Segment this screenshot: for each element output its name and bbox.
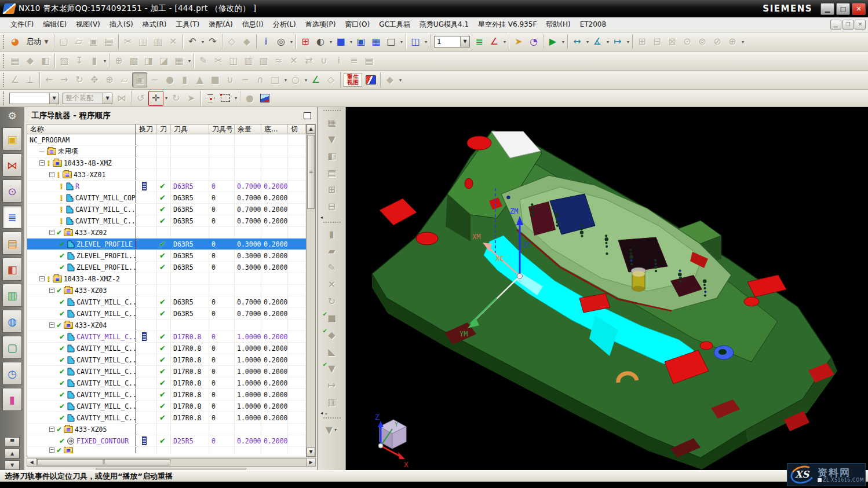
shaded-ball-icon[interactable]: ●	[242, 91, 257, 106]
menu-f[interactable]: 文件(F)	[6, 19, 38, 30]
scroll-up-button[interactable]: ▲	[5, 449, 20, 458]
machining-method-view-icon[interactable]: ▤	[321, 164, 343, 181]
clip-section-icon[interactable]: ◫	[408, 34, 423, 49]
replay-toolpath-icon[interactable]: ↻	[321, 293, 343, 310]
menu-t[interactable]: 工具(T)	[171, 19, 204, 30]
table-row[interactable]: ✔CAVITY_MILL_C... ✔ D17R0.8 0 1.0000 0.2…	[27, 343, 306, 354]
program-order-view-icon[interactable]: ▦	[321, 114, 343, 131]
expand-icon[interactable]: −	[49, 288, 54, 293]
menu-e[interactable]: 编辑(E)	[38, 19, 71, 30]
find-icon[interactable]: ◎	[273, 34, 289, 49]
menu-r[interactable]: 格式(R)	[138, 19, 172, 30]
resize-face-icon[interactable]: ⊙	[680, 34, 695, 49]
create-geometry-icon[interactable]: ◧	[38, 53, 53, 68]
copy-object-icon[interactable]: ◫	[226, 53, 241, 68]
table-row[interactable]: !R ✔ D63R5 0 0.7000 0.2000	[27, 181, 306, 192]
paste-special-icon[interactable]: ▧	[256, 53, 271, 68]
menu-l[interactable]: 分析(L)	[268, 19, 301, 30]
shading-mode-icon[interactable]: ◐	[313, 34, 328, 49]
maximize-button[interactable]: □	[836, 3, 850, 15]
generate-toolpath-icon[interactable]: ▮	[321, 226, 343, 243]
delete-face-icon[interactable]: ⊘	[710, 34, 725, 49]
scroll-up-arrow[interactable]: ▲	[307, 124, 315, 134]
table-row[interactable]: ✔CAVITY_MILL_C... ✔ D17R0.8 0 1.0000 0.2…	[27, 331, 306, 343]
table-row[interactable]: −✔≡433-XZ05	[27, 424, 306, 435]
table-row[interactable]: !CAVITY_MILL_C... ✔ D63R5 0 0.7000 0.200…	[27, 215, 306, 227]
wireframe-cube-icon[interactable]: ▣	[353, 34, 369, 49]
mill-base-icon[interactable]: ▮	[87, 53, 102, 68]
expand-icon[interactable]: −	[49, 172, 54, 177]
horizontal-scrollbar[interactable]: ◀ ⦀ ▶	[27, 458, 316, 467]
close-button[interactable]: ✕	[852, 3, 866, 15]
operation-face-icon[interactable]: ◪	[156, 53, 172, 68]
snap-reverse-icon[interactable]: ↺	[133, 91, 148, 106]
table-row[interactable]: ✔CAVITY_MILL_C... ✔ D17R0.8 0 1.0000 0.2…	[27, 401, 306, 412]
column-header-5[interactable]: 余量	[235, 124, 261, 134]
find-icon-dropdown[interactable]: ▾	[289, 39, 294, 45]
measure-distance-icon[interactable]: ↔	[570, 34, 585, 49]
redo-icon[interactable]: ↷	[205, 34, 220, 49]
background-swatch-icon-dropdown[interactable]: ▾	[399, 39, 404, 45]
toolbar-overflow-arrow[interactable]: ◂	[318, 215, 345, 220]
menu-p[interactable]: 首选项(P)	[301, 19, 341, 30]
geometry-view-icon[interactable]: ◧	[321, 148, 343, 164]
replace-face-icon[interactable]: ⊚	[695, 34, 710, 49]
expand-icon[interactable]: −	[49, 447, 54, 453]
delete-object-icon[interactable]: ✕	[286, 53, 301, 68]
pull-face-icon[interactable]: ⊟	[650, 34, 665, 49]
menu-ug41[interactable]: 燕秀UG模具4.1	[415, 19, 473, 30]
verify-toolpath-icon[interactable]: ■✔	[321, 310, 343, 326]
rename-object-icon[interactable]: ≈	[271, 53, 286, 68]
toolpath-list-icon[interactable]: ≡	[347, 53, 362, 68]
scroll-thumb[interactable]: ≡	[307, 135, 315, 209]
table-row[interactable]: ✔CAVITY_MILL_C... ✔ D17R0.8 0 1.0000 0.2…	[27, 366, 306, 377]
nx-logo-icon[interactable]: ◕	[8, 34, 23, 49]
undo-icon-dropdown[interactable]: ▾	[200, 39, 205, 45]
snap-point-icon[interactable]: ✛	[148, 91, 163, 106]
menu-v[interactable]: 视图(V)	[71, 19, 105, 30]
empty-filter-combo[interactable]: ▼	[9, 93, 59, 104]
table-row[interactable]: −✔≡433-XZ04	[27, 320, 306, 331]
csys-axes-icon[interactable]: ∠	[308, 72, 323, 87]
collapse-items-icon[interactable]: ⊟	[321, 198, 343, 215]
create-tool-icon[interactable]: ◆	[23, 53, 38, 68]
shading-mode-icon-dropdown[interactable]: ▾	[329, 39, 333, 45]
table-row[interactable]: ✔CAVITY_MILL_C... ✔ D17R0.8 0 1.0000 0.2…	[27, 389, 306, 401]
machine-tool-view-icon[interactable]: ▼	[321, 131, 343, 148]
pattern-face-icon[interactable]: ⊕	[725, 34, 740, 49]
machine-simulate-icon[interactable]: ✕	[321, 276, 343, 293]
table-row[interactable]: ✔ZLEVEL_PROFIL... ✔ D63R5 0 0.3000 0.200…	[27, 262, 306, 273]
table-row[interactable]: −✔≡433-XZ02	[27, 227, 306, 239]
column-header-3[interactable]: 刀具	[171, 124, 209, 134]
table-row[interactable]: −✔≡433-XZ03	[27, 285, 306, 296]
combo-dropdown-icon[interactable]: ▼	[49, 93, 59, 104]
expand-icon[interactable]: −	[49, 427, 54, 432]
part-library-icon[interactable]: ▥	[2, 284, 22, 307]
forward-icon[interactable]: →	[57, 72, 72, 87]
sphere-icon[interactable]: ●	[162, 72, 177, 87]
start-button[interactable]: 启动▼	[23, 35, 52, 48]
layer-combo[interactable]: 1▼	[434, 36, 470, 47]
table-row[interactable]: ✔CAVITY_MILL_C... ✔ D17R0.8 0 1.0000 0.2…	[27, 377, 306, 389]
csys-orientation-icon-dropdown[interactable]: ▾	[502, 39, 507, 45]
regen-view-button[interactable]: 重生视图	[344, 73, 362, 87]
menu-gc[interactable]: GC工具箱	[374, 19, 415, 30]
zoom-view-icon[interactable]: ⊕	[102, 72, 117, 87]
edit-object-icon[interactable]: ✎	[196, 53, 211, 68]
expand-icon[interactable]: −	[49, 322, 54, 328]
intersect-icon[interactable]: ∩	[253, 72, 268, 87]
expand-icon[interactable]: −	[39, 276, 45, 281]
internet-icon[interactable]: ◍	[2, 310, 22, 333]
move-component-icon[interactable]: ◆	[239, 34, 254, 49]
playback-icon-dropdown[interactable]: ▾	[561, 39, 566, 45]
copy-icon[interactable]: ◫	[136, 34, 151, 49]
menu-et2008[interactable]: ET2008	[575, 19, 611, 30]
hscroll-thumb[interactable]: ⦀	[37, 459, 170, 465]
operation-more-icon-dropdown[interactable]: ▾	[187, 58, 192, 64]
new-file-icon[interactable]: ▢	[56, 34, 71, 49]
expand-icon[interactable]: −	[39, 160, 45, 166]
rotate-view-icon[interactable]: ↻	[72, 72, 87, 87]
scroll-down-button[interactable]: ▼	[5, 460, 20, 470]
combo-dropdown-icon[interactable]: ▼	[460, 36, 469, 47]
fit-view-icon[interactable]: ⊞	[298, 34, 313, 49]
